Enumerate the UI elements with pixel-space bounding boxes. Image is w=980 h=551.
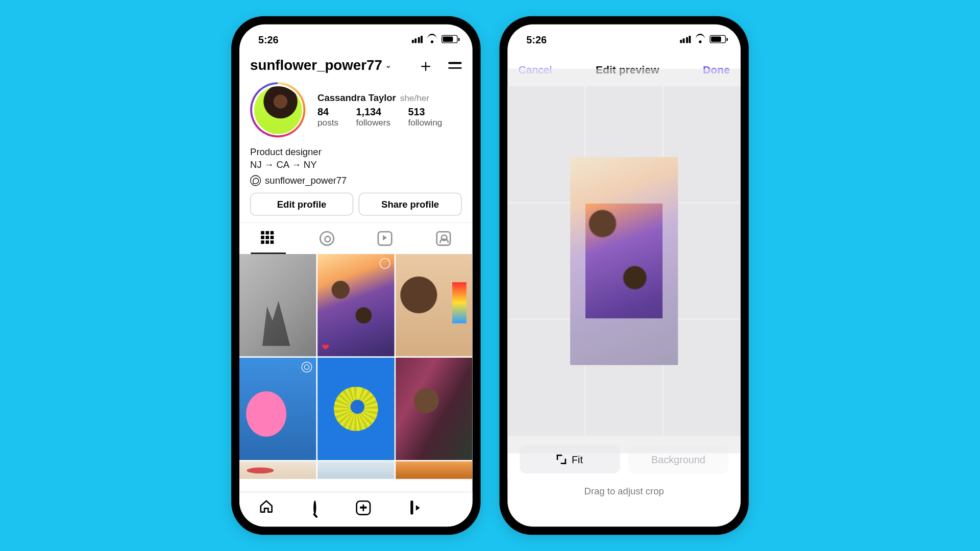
share-profile-button[interactable]: Share profile xyxy=(359,192,462,215)
nav-home[interactable] xyxy=(259,499,274,516)
crop-image[interactable] xyxy=(570,157,678,365)
profile-header: sunflower_power77 ⌄ ＋ xyxy=(239,54,473,80)
preview-grid[interactable] xyxy=(507,86,741,436)
bottom-nav xyxy=(239,492,473,527)
avatar xyxy=(254,86,302,134)
post-thumbnail[interactable] xyxy=(239,358,316,460)
heart-icon: ❤ xyxy=(322,341,330,352)
home-icon xyxy=(259,499,274,514)
crop-hint: Drag to adjust crop xyxy=(507,479,741,510)
display-name: Cassandra Taylor xyxy=(317,92,396,103)
edit-title: Edit preview xyxy=(596,64,659,77)
username: sunflower_power77 xyxy=(250,57,382,73)
pronouns: she/her xyxy=(400,93,429,103)
wifi-icon xyxy=(427,35,437,43)
reel-badge-icon xyxy=(301,362,312,375)
profile-info: Cassandra Taylor she/her 84 posts 1,134 … xyxy=(239,80,473,141)
stat-posts[interactable]: 84 posts xyxy=(317,106,338,127)
threads-icon xyxy=(250,175,261,186)
posts-grid: ❤ xyxy=(239,254,473,491)
story-ring[interactable] xyxy=(250,82,305,137)
status-time: 5:26 xyxy=(258,33,279,44)
reels-nav-icon xyxy=(410,500,413,514)
post-thumbnail[interactable] xyxy=(239,461,316,479)
wifi-icon xyxy=(695,35,705,43)
battery-icon xyxy=(442,35,458,43)
post-thumbnail[interactable]: ❤ xyxy=(317,254,394,356)
plus-icon xyxy=(356,500,371,515)
cellular-icon xyxy=(680,35,691,43)
post-thumbnail[interactable] xyxy=(317,461,394,479)
edit-header: Cancel Edit preview Done xyxy=(507,54,741,86)
done-button[interactable]: Done xyxy=(703,64,730,77)
bio-line: NJ → CA → NY xyxy=(250,158,461,171)
fit-icon xyxy=(557,455,566,464)
grid-icon xyxy=(261,231,276,246)
tab-tagged[interactable] xyxy=(414,223,473,254)
post-thumbnail[interactable] xyxy=(396,254,472,356)
threads-handle: sunflower_power77 xyxy=(265,175,347,186)
screen-profile: 5:26 sunflower_power77 ⌄ ＋ xyxy=(239,24,473,527)
profile-tabs xyxy=(239,222,473,254)
tab-grid[interactable] xyxy=(239,223,298,254)
tab-reels[interactable] xyxy=(298,223,356,254)
status-indicators xyxy=(680,35,726,43)
nav-search[interactable] xyxy=(313,502,316,514)
edit-profile-button[interactable]: Edit profile xyxy=(250,192,353,215)
reels-icon xyxy=(320,231,334,246)
screen-editor: 5:26 Cancel Edit preview Done xyxy=(507,24,741,527)
phone-frame-editor: 5:26 Cancel Edit preview Done xyxy=(499,16,748,535)
tab-video[interactable] xyxy=(356,223,414,254)
nav-reels[interactable] xyxy=(410,502,413,514)
create-icon[interactable]: ＋ xyxy=(417,57,434,74)
post-thumbnail[interactable] xyxy=(396,358,472,460)
background-button[interactable]: Background xyxy=(628,445,729,473)
nav-create[interactable] xyxy=(356,500,371,515)
post-thumbnail[interactable] xyxy=(317,358,394,460)
battery-icon xyxy=(709,35,726,43)
post-thumbnail[interactable] xyxy=(396,461,472,479)
stat-following[interactable]: 513 following xyxy=(408,106,442,127)
crop-target-cell[interactable] xyxy=(585,203,662,319)
username-switcher[interactable]: sunflower_power77 ⌄ xyxy=(250,57,391,73)
bio-line: Product designer xyxy=(250,145,461,158)
status-bar: 5:26 xyxy=(239,24,473,54)
post-thumbnail[interactable] xyxy=(239,254,316,356)
search-icon xyxy=(313,500,316,514)
status-indicators xyxy=(411,35,457,43)
threads-link[interactable]: sunflower_power77 xyxy=(239,172,473,193)
status-time: 5:26 xyxy=(526,33,547,44)
chevron-down-icon: ⌄ xyxy=(385,61,391,70)
cellular-icon xyxy=(411,35,423,43)
status-bar: 5:26 xyxy=(507,24,741,54)
menu-icon[interactable] xyxy=(448,57,461,74)
tagged-icon xyxy=(436,231,451,246)
crop-controls: Fit Background xyxy=(507,436,741,479)
fit-button[interactable]: Fit xyxy=(520,445,620,473)
phone-frame-profile: 5:26 sunflower_power77 ⌄ ＋ xyxy=(231,16,480,535)
cancel-button[interactable]: Cancel xyxy=(518,64,552,77)
stat-followers[interactable]: 1,134 followers xyxy=(356,106,390,127)
bio: Product designer NJ → CA → NY xyxy=(239,141,473,172)
carousel-icon xyxy=(380,258,390,271)
video-icon xyxy=(378,231,393,246)
